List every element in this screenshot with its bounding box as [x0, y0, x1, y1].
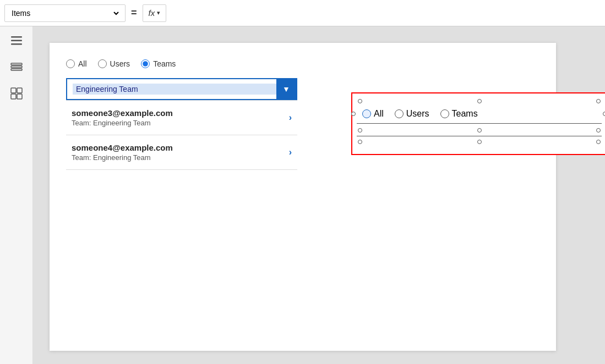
team-dropdown[interactable]: Engineering Team ▼: [66, 78, 297, 100]
toolbar: Items = fx ▾: [0, 0, 605, 26]
svg-rect-7: [17, 88, 22, 93]
component-radio-teams-circle: [440, 109, 449, 118]
resize-handle-tl[interactable]: [358, 99, 362, 103]
svg-rect-8: [11, 94, 16, 99]
resize-handle-bl-mid[interactable]: [358, 128, 362, 133]
sidebar: [0, 26, 33, 364]
equals-symbol: =: [128, 7, 140, 19]
radio-all-input[interactable]: [66, 59, 75, 68]
resize-handle-bl[interactable]: [358, 140, 362, 144]
list-items: someone3@example.com Team: Engineering T…: [66, 100, 297, 170]
resize-handle-bc[interactable]: [477, 140, 482, 144]
radio-teams[interactable]: Teams: [141, 59, 176, 68]
svg-rect-9: [17, 94, 22, 99]
items-select[interactable]: Items: [9, 8, 121, 18]
fx-chevron: ▾: [157, 9, 160, 16]
main-area: All Users Teams Engineering Team ▼: [0, 26, 605, 364]
selected-radio-component[interactable]: All Users Teams: [351, 92, 605, 155]
component-radio-all[interactable]: All: [362, 109, 384, 119]
svg-rect-0: [11, 36, 22, 38]
component-radio-users[interactable]: Users: [395, 109, 429, 119]
list-item-chevron-1: ›: [289, 113, 292, 123]
hamburger-icon[interactable]: [9, 33, 24, 48]
list-item-2[interactable]: someone4@example.com Team: Engineering T…: [66, 135, 297, 170]
component-radio-users-label: Users: [406, 109, 429, 119]
resize-handle-tr[interactable]: [596, 99, 601, 103]
radio-all[interactable]: All: [66, 59, 87, 68]
radio-teams-input[interactable]: [141, 59, 150, 68]
svg-rect-1: [11, 40, 22, 42]
radio-users[interactable]: Users: [98, 59, 130, 68]
layers-icon[interactable]: [9, 59, 24, 75]
list-item-email-2: someone4@example.com: [72, 143, 173, 152]
team-dropdown-arrow[interactable]: ▼: [276, 78, 296, 100]
svg-rect-3: [11, 66, 22, 68]
component-radio-teams-label: Teams: [452, 109, 478, 119]
radio-group: All Users Teams: [66, 59, 539, 68]
formula-bar[interactable]: fx ▾: [143, 4, 167, 22]
radio-teams-label: Teams: [153, 59, 176, 68]
components-icon[interactable]: [9, 86, 24, 101]
list-item-chevron-2: ›: [289, 147, 292, 157]
canvas-area: All Users Teams Engineering Team ▼: [33, 26, 605, 364]
resize-handle-bc-mid[interactable]: [477, 128, 482, 133]
resize-handle-tc[interactable]: [477, 99, 482, 103]
list-item-email-1: someone3@example.com: [72, 108, 173, 118]
svg-rect-2: [11, 43, 22, 45]
list-item-team-2: Team: Engineering Team: [72, 153, 173, 162]
list-item-text-1: someone3@example.com Team: Engineering T…: [72, 108, 173, 127]
list-item-team-1: Team: Engineering Team: [72, 119, 173, 127]
component-radio-all-label: All: [374, 109, 384, 119]
svg-rect-4: [11, 63, 22, 65]
svg-rect-6: [11, 88, 16, 93]
resize-handle-br[interactable]: [596, 140, 601, 144]
component-radio-teams[interactable]: Teams: [440, 109, 478, 119]
radio-users-input[interactable]: [98, 59, 107, 68]
canvas-frame: All Users Teams Engineering Team ▼: [50, 43, 556, 351]
list-item-text-2: someone4@example.com Team: Engineering T…: [72, 143, 173, 162]
svg-rect-5: [11, 69, 22, 70]
fx-label: fx: [149, 8, 155, 18]
component-radio-users-circle: [395, 109, 404, 118]
resize-handle-ml[interactable]: [351, 112, 356, 116]
component-radio-all-circle: [362, 109, 371, 118]
radio-all-label: All: [78, 59, 87, 68]
items-dropdown-wrapper[interactable]: Items: [4, 4, 126, 22]
team-dropdown-label: Engineering Team: [73, 84, 276, 95]
resize-handle-br-mid[interactable]: [596, 128, 601, 133]
resize-handle-mr[interactable]: [603, 112, 605, 116]
radio-users-label: Users: [110, 59, 130, 68]
list-item[interactable]: someone3@example.com Team: Engineering T…: [66, 100, 297, 135]
